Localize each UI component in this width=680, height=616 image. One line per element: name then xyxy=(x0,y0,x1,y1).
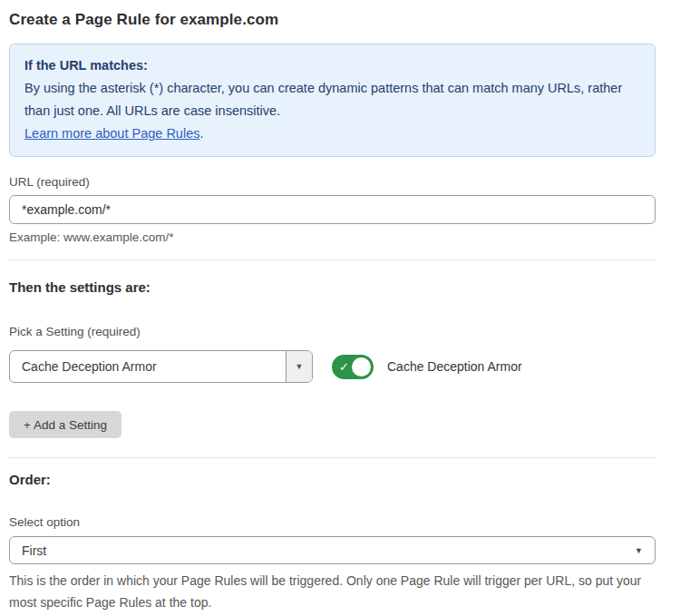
divider xyxy=(9,457,656,458)
order-section-heading: Order: xyxy=(9,472,656,487)
order-select[interactable]: First ▼ xyxy=(9,536,656,564)
learn-more-link[interactable]: Learn more about Page Rules xyxy=(24,126,199,141)
order-select-value: First xyxy=(22,543,46,558)
setting-toggle-label: Cache Deception Armor xyxy=(387,359,522,374)
settings-section-heading: Then the settings are: xyxy=(9,279,656,295)
page-rule-form: Create a Page Rule for example.com If th… xyxy=(0,0,680,616)
chevron-down-icon: ▼ xyxy=(635,546,643,555)
url-match-info-box: If the URL matches: By using the asteris… xyxy=(9,44,656,157)
toggle-knob xyxy=(350,356,373,378)
url-example-helper: Example: www.example.com/* xyxy=(9,230,656,244)
order-helper-text: This is the order in which your Page Rul… xyxy=(9,570,656,613)
setting-toggle[interactable]: ✓ xyxy=(332,355,374,379)
setting-row: Cache Deception Armor ▼ ✓ Cache Deceptio… xyxy=(9,350,656,383)
url-field-label: URL (required) xyxy=(9,175,656,189)
setting-select[interactable]: Cache Deception Armor ▼ xyxy=(9,350,313,383)
page-title: Create a Page Rule for example.com xyxy=(9,11,656,29)
pick-setting-label: Pick a Setting (required) xyxy=(9,325,656,338)
link-suffix: . xyxy=(199,126,203,141)
setting-select-value: Cache Deception Armor xyxy=(10,351,286,382)
url-input[interactable] xyxy=(9,195,656,224)
chevron-down-icon[interactable]: ▼ xyxy=(286,351,312,382)
info-box-body: By using the asterisk (*) character, you… xyxy=(24,77,640,145)
divider xyxy=(9,259,656,260)
order-select-label: Select option xyxy=(9,515,656,529)
check-icon: ✓ xyxy=(339,361,349,373)
add-setting-button[interactable]: + Add a Setting xyxy=(9,411,121,438)
info-box-heading: If the URL matches: xyxy=(24,54,640,77)
